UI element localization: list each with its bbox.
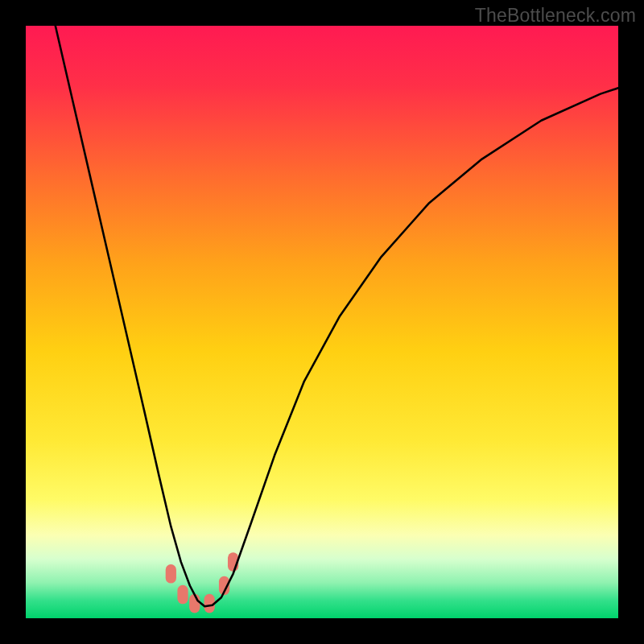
curve-layer — [26, 26, 618, 618]
marker-point — [166, 564, 176, 584]
chart-frame: TheBottleneck.com — [0, 0, 644, 644]
plot-area — [26, 26, 618, 618]
bottleneck-curve — [56, 26, 618, 606]
marker-point — [177, 585, 188, 605]
watermark-text: TheBottleneck.com — [475, 5, 636, 27]
